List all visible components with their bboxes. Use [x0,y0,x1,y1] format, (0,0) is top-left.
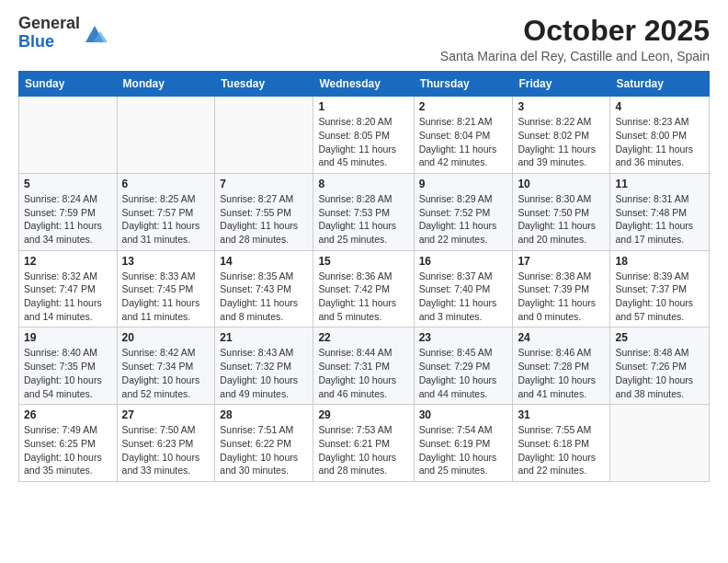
table-row [117,97,215,174]
day-info: Sunrise: 7:55 AMSunset: 6:18 PMDaylight:… [518,423,605,477]
day-number: 23 [419,331,508,344]
table-row: 19Sunrise: 8:40 AMSunset: 7:35 PMDayligh… [19,327,118,405]
table-row: 8Sunrise: 8:28 AMSunset: 7:53 PMDaylight… [313,173,414,250]
day-info: Sunrise: 7:50 AMSunset: 6:23 PMDaylight:… [122,423,210,477]
day-info: Sunrise: 8:38 AMSunset: 7:39 PMDaylight:… [518,270,605,324]
table-row: 1Sunrise: 8:20 AMSunset: 8:05 PMDaylight… [313,97,414,174]
table-row: 17Sunrise: 8:38 AMSunset: 7:39 PMDayligh… [513,250,610,327]
day-number: 8 [318,178,408,190]
table-row: 29Sunrise: 7:53 AMSunset: 6:21 PMDayligh… [313,405,414,482]
day-info: Sunrise: 8:37 AMSunset: 7:40 PMDaylight:… [419,270,508,324]
day-number: 13 [122,255,210,268]
table-row: 31Sunrise: 7:55 AMSunset: 6:18 PMDayligh… [513,405,610,482]
day-info: Sunrise: 8:44 AMSunset: 7:31 PMDaylight:… [318,346,408,400]
table-row: 22Sunrise: 8:44 AMSunset: 7:31 PMDayligh… [313,327,414,405]
calendar-week-row: 26Sunrise: 7:49 AMSunset: 6:25 PMDayligh… [19,405,710,482]
title-block: October 2025 Santa Marina del Rey, Casti… [440,15,710,63]
table-row: 14Sunrise: 8:35 AMSunset: 7:43 PMDayligh… [215,250,313,327]
day-info: Sunrise: 8:24 AMSunset: 7:59 PMDaylight:… [24,192,112,247]
day-number: 7 [220,178,308,190]
day-info: Sunrise: 8:46 AMSunset: 7:28 PMDaylight:… [518,346,605,400]
day-info: Sunrise: 8:48 AMSunset: 7:26 PMDaylight:… [615,346,704,400]
header: General Blue October 2025 Santa Marina d… [18,15,710,63]
day-info: Sunrise: 8:29 AMSunset: 7:52 PMDaylight:… [419,192,508,247]
calendar-header-row: Sunday Monday Tuesday Wednesday Thursday… [19,72,710,97]
day-info: Sunrise: 7:54 AMSunset: 6:19 PMDaylight:… [419,423,508,477]
day-number: 21 [220,331,308,344]
day-number: 16 [419,255,508,268]
table-row: 11Sunrise: 8:31 AMSunset: 7:48 PMDayligh… [610,173,710,250]
day-info: Sunrise: 8:23 AMSunset: 8:00 PMDaylight:… [615,115,704,169]
day-number: 24 [518,331,605,344]
table-row [215,97,313,174]
table-row: 10Sunrise: 8:30 AMSunset: 7:50 PMDayligh… [513,173,610,250]
table-row [19,97,118,174]
day-info: Sunrise: 8:30 AMSunset: 7:50 PMDaylight:… [518,192,605,247]
day-number: 6 [122,178,210,190]
day-number: 9 [419,178,508,190]
table-row: 13Sunrise: 8:33 AMSunset: 7:45 PMDayligh… [117,250,215,327]
logo-icon [82,20,108,46]
day-info: Sunrise: 8:43 AMSunset: 7:32 PMDaylight:… [220,346,308,400]
day-info: Sunrise: 8:28 AMSunset: 7:53 PMDaylight:… [318,192,408,247]
col-monday: Monday [117,72,215,97]
calendar-week-row: 1Sunrise: 8:20 AMSunset: 8:05 PMDaylight… [19,97,710,174]
day-info: Sunrise: 8:36 AMSunset: 7:42 PMDaylight:… [318,270,408,324]
day-info: Sunrise: 8:22 AMSunset: 8:02 PMDaylight:… [518,115,605,169]
table-row: 24Sunrise: 8:46 AMSunset: 7:28 PMDayligh… [513,327,610,405]
day-number: 15 [318,255,408,268]
table-row: 6Sunrise: 8:25 AMSunset: 7:57 PMDaylight… [117,173,215,250]
day-info: Sunrise: 8:32 AMSunset: 7:47 PMDaylight:… [24,270,112,324]
col-wednesday: Wednesday [313,72,414,97]
table-row: 9Sunrise: 8:29 AMSunset: 7:52 PMDaylight… [414,173,513,250]
day-number: 14 [220,255,308,268]
table-row: 25Sunrise: 8:48 AMSunset: 7:26 PMDayligh… [610,327,710,405]
logo-blue: Blue [18,32,54,51]
day-info: Sunrise: 8:31 AMSunset: 7:48 PMDaylight:… [615,192,704,247]
table-row: 3Sunrise: 8:22 AMSunset: 8:02 PMDaylight… [513,97,610,174]
table-row [610,405,710,482]
col-tuesday: Tuesday [215,72,313,97]
calendar-week-row: 5Sunrise: 8:24 AMSunset: 7:59 PMDaylight… [19,173,710,250]
table-row: 15Sunrise: 8:36 AMSunset: 7:42 PMDayligh… [313,250,414,327]
day-info: Sunrise: 8:33 AMSunset: 7:45 PMDaylight:… [122,270,210,324]
month-title: October 2025 [440,15,710,47]
day-number: 26 [24,408,112,421]
table-row: 28Sunrise: 7:51 AMSunset: 6:22 PMDayligh… [215,405,313,482]
day-number: 28 [220,408,308,421]
table-row: 26Sunrise: 7:49 AMSunset: 6:25 PMDayligh… [19,405,118,482]
day-number: 22 [318,331,408,344]
day-number: 17 [518,255,605,268]
calendar-table: Sunday Monday Tuesday Wednesday Thursday… [18,71,710,482]
day-number: 5 [24,178,112,190]
day-info: Sunrise: 8:42 AMSunset: 7:34 PMDaylight:… [122,346,210,400]
table-row: 7Sunrise: 8:27 AMSunset: 7:55 PMDaylight… [215,173,313,250]
day-info: Sunrise: 7:49 AMSunset: 6:25 PMDaylight:… [24,423,112,477]
day-info: Sunrise: 8:21 AMSunset: 8:04 PMDaylight:… [419,115,508,169]
day-info: Sunrise: 8:45 AMSunset: 7:29 PMDaylight:… [419,346,508,400]
day-number: 2 [419,100,508,113]
col-saturday: Saturday [610,72,710,97]
page: General Blue October 2025 Santa Marina d… [0,0,728,563]
day-info: Sunrise: 7:53 AMSunset: 6:21 PMDaylight:… [318,423,408,477]
day-number: 19 [24,331,112,344]
day-number: 30 [419,408,508,421]
day-info: Sunrise: 8:39 AMSunset: 7:37 PMDaylight:… [615,270,704,324]
calendar-week-row: 12Sunrise: 8:32 AMSunset: 7:47 PMDayligh… [19,250,710,327]
col-sunday: Sunday [19,72,118,97]
day-number: 27 [122,408,210,421]
table-row: 16Sunrise: 8:37 AMSunset: 7:40 PMDayligh… [414,250,513,327]
day-info: Sunrise: 8:20 AMSunset: 8:05 PMDaylight:… [318,115,408,169]
day-number: 11 [615,178,704,190]
table-row: 2Sunrise: 8:21 AMSunset: 8:04 PMDaylight… [414,97,513,174]
col-friday: Friday [513,72,610,97]
table-row: 20Sunrise: 8:42 AMSunset: 7:34 PMDayligh… [117,327,215,405]
day-number: 31 [518,408,605,421]
day-number: 3 [518,100,605,113]
day-number: 1 [318,100,408,113]
day-number: 29 [318,408,408,421]
day-number: 10 [518,178,605,190]
table-row: 30Sunrise: 7:54 AMSunset: 6:19 PMDayligh… [414,405,513,482]
col-thursday: Thursday [414,72,513,97]
table-row: 21Sunrise: 8:43 AMSunset: 7:32 PMDayligh… [215,327,313,405]
